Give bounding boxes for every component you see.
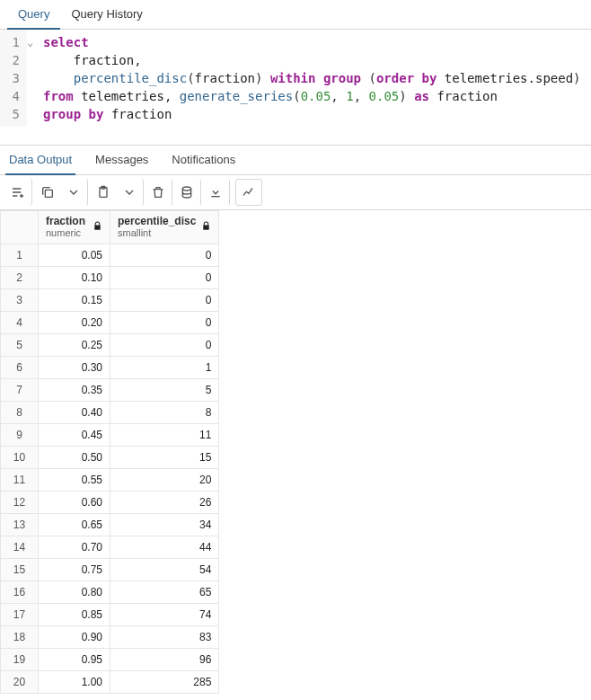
cell-percentile[interactable]: 96 (110, 648, 219, 670)
table-row[interactable]: 201.00285 (1, 670, 219, 693)
table-row[interactable]: 110.5520 (1, 468, 219, 491)
cell-percentile[interactable]: 65 (110, 580, 219, 603)
row-number[interactable]: 5 (1, 333, 39, 356)
download-icon[interactable] (203, 179, 230, 206)
graph-icon[interactable] (235, 179, 262, 206)
table-row[interactable]: 120.6026 (1, 491, 219, 513)
paste-dropdown-icon[interactable] (117, 179, 144, 206)
cell-fraction[interactable]: 0.60 (39, 491, 110, 513)
row-number[interactable]: 12 (1, 491, 39, 513)
add-row-icon[interactable] (5, 179, 32, 206)
row-number[interactable]: 4 (1, 311, 39, 333)
cell-fraction[interactable]: 0.50 (39, 446, 110, 468)
cell-fraction[interactable]: 0.25 (39, 333, 110, 356)
row-number[interactable]: 6 (1, 356, 39, 378)
row-number[interactable]: 7 (1, 378, 39, 401)
table-row[interactable]: 180.9083 (1, 625, 219, 648)
cell-percentile[interactable]: 54 (110, 558, 219, 580)
cell-percentile[interactable]: 83 (110, 625, 219, 648)
cell-fraction[interactable]: 1.00 (39, 670, 110, 693)
table-row[interactable]: 10.050 (1, 244, 219, 266)
cell-percentile[interactable]: 5 (110, 378, 219, 401)
cell-fraction[interactable]: 0.75 (39, 558, 110, 580)
table-row[interactable]: 160.8065 (1, 580, 219, 603)
table-row[interactable]: 80.408 (1, 401, 219, 423)
cell-fraction[interactable]: 0.15 (39, 288, 110, 311)
table-row[interactable]: 30.150 (1, 288, 219, 311)
table-row[interactable]: 170.8574 (1, 603, 219, 625)
cell-percentile[interactable]: 285 (110, 670, 219, 693)
table-row[interactable]: 100.5015 (1, 446, 219, 468)
tab-messages[interactable]: Messages (92, 146, 152, 174)
row-number[interactable]: 11 (1, 468, 39, 491)
cell-fraction[interactable]: 0.70 (39, 536, 110, 558)
table-row[interactable]: 140.7044 (1, 536, 219, 558)
save-data-icon[interactable] (174, 179, 201, 206)
cell-percentile[interactable]: 74 (110, 603, 219, 625)
cell-percentile[interactable]: 44 (110, 536, 219, 558)
row-number[interactable]: 1 (1, 244, 39, 266)
row-number[interactable]: 13 (1, 513, 39, 536)
cell-fraction[interactable]: 0.10 (39, 266, 110, 288)
cell-percentile[interactable]: 0 (110, 288, 219, 311)
tab-data-output[interactable]: Data Output (5, 146, 75, 175)
cell-percentile[interactable]: 0 (110, 266, 219, 288)
sql-editor[interactable]: 12345 ⌄ select fraction, percentile_disc… (0, 30, 591, 146)
cell-fraction[interactable]: 0.35 (39, 378, 110, 401)
table-row[interactable]: 40.200 (1, 311, 219, 333)
row-number[interactable]: 14 (1, 536, 39, 558)
table-row[interactable]: 130.6534 (1, 513, 219, 536)
cell-fraction[interactable]: 0.20 (39, 311, 110, 333)
cell-percentile[interactable]: 0 (110, 244, 219, 266)
table-row[interactable]: 150.7554 (1, 558, 219, 580)
delete-icon[interactable] (146, 179, 172, 206)
copy-dropdown-icon[interactable] (61, 179, 88, 206)
row-number[interactable]: 18 (1, 625, 39, 648)
table-row[interactable]: 190.9596 (1, 648, 219, 670)
cell-percentile[interactable]: 11 (110, 423, 219, 446)
cell-fraction[interactable]: 0.40 (39, 401, 110, 423)
row-number[interactable]: 10 (1, 446, 39, 468)
table-row[interactable]: 50.250 (1, 333, 219, 356)
code-area[interactable]: select fraction, percentile_disc(fractio… (40, 30, 585, 127)
table-row[interactable]: 60.301 (1, 356, 219, 378)
row-number[interactable]: 9 (1, 423, 39, 446)
cell-fraction[interactable]: 0.95 (39, 648, 110, 670)
tab-query-history[interactable]: Query History (60, 0, 153, 29)
row-number[interactable]: 2 (1, 266, 39, 288)
row-number[interactable]: 3 (1, 288, 39, 311)
corner-cell[interactable] (1, 211, 39, 244)
result-toolbar (0, 175, 591, 210)
table-row[interactable]: 70.355 (1, 378, 219, 401)
copy-icon[interactable] (34, 179, 61, 206)
cell-fraction[interactable]: 0.90 (39, 625, 110, 648)
row-number[interactable]: 17 (1, 603, 39, 625)
cell-percentile[interactable]: 26 (110, 491, 219, 513)
cell-fraction[interactable]: 0.85 (39, 603, 110, 625)
row-number[interactable]: 15 (1, 558, 39, 580)
col-header-fraction[interactable]: fraction numeric (39, 211, 110, 244)
row-number[interactable]: 8 (1, 401, 39, 423)
row-number[interactable]: 19 (1, 648, 39, 670)
tab-notifications[interactable]: Notifications (168, 146, 239, 174)
cell-percentile[interactable]: 34 (110, 513, 219, 536)
cell-fraction[interactable]: 0.65 (39, 513, 110, 536)
col-header-percentile[interactable]: percentile_disc smallint (110, 211, 219, 244)
cell-percentile[interactable]: 0 (110, 333, 219, 356)
cell-fraction[interactable]: 0.30 (39, 356, 110, 378)
paste-icon[interactable] (90, 179, 117, 206)
cell-percentile[interactable]: 15 (110, 446, 219, 468)
row-number[interactable]: 20 (1, 670, 39, 693)
cell-fraction[interactable]: 0.45 (39, 423, 110, 446)
cell-fraction[interactable]: 0.80 (39, 580, 110, 603)
cell-percentile[interactable]: 20 (110, 468, 219, 491)
cell-fraction[interactable]: 0.55 (39, 468, 110, 491)
tab-query[interactable]: Query (7, 0, 60, 30)
cell-percentile[interactable]: 8 (110, 401, 219, 423)
row-number[interactable]: 16 (1, 580, 39, 603)
cell-fraction[interactable]: 0.05 (39, 244, 110, 266)
cell-percentile[interactable]: 0 (110, 311, 219, 333)
cell-percentile[interactable]: 1 (110, 356, 219, 378)
table-row[interactable]: 90.4511 (1, 423, 219, 446)
table-row[interactable]: 20.100 (1, 266, 219, 288)
